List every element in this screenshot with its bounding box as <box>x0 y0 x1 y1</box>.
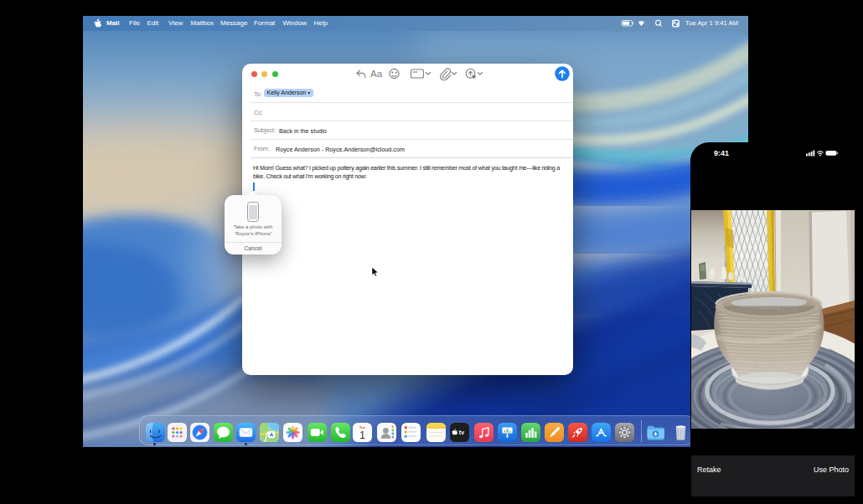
svg-text:1: 1 <box>360 429 366 441</box>
svg-text:Aa: Aa <box>370 69 383 79</box>
svg-text:tv: tv <box>459 429 464 436</box>
